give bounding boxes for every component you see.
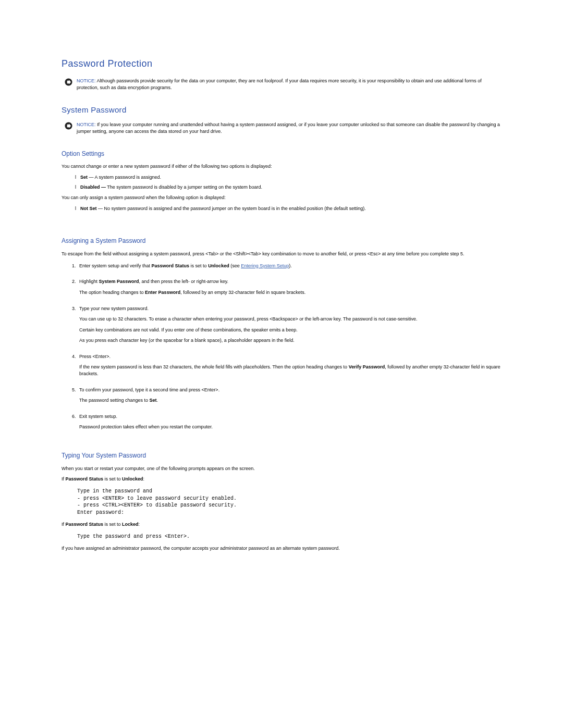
- step-text: Type your new system password.: [79, 306, 149, 311]
- list-item: l Not Set — No system password is assign…: [75, 205, 501, 212]
- document-page: Password Protection NOTICE: Although pas…: [0, 0, 563, 587]
- step-sub-paragraph: The option heading changes to Enter Pass…: [79, 289, 501, 296]
- text: :: [139, 522, 140, 527]
- step-item: Exit system setup. Password protection t…: [77, 413, 501, 430]
- text: is set to: [103, 476, 122, 482]
- bullet-marker: l: [75, 184, 80, 191]
- step-item: To confirm your password, type it a seco…: [77, 387, 501, 404]
- bullet-marker: l: [75, 205, 80, 212]
- notice-icon: [65, 122, 72, 130]
- subheading-option-settings: Option Settings: [62, 150, 501, 158]
- text: If: [62, 522, 66, 527]
- step-item: Enter system setup and verify that Passw…: [77, 263, 501, 269]
- text: The option heading changes to: [79, 290, 145, 295]
- paragraph: If you have assigned an administrator pa…: [62, 545, 501, 552]
- paragraph: If Password Status is set to Locked:: [62, 521, 501, 528]
- step-text: Exit system setup.: [79, 414, 117, 419]
- text: , followed by an empty 32-character fiel…: [180, 290, 305, 295]
- list-item: l Set — A system password is assigned.: [75, 174, 501, 181]
- notice-block-2: NOTICE: If you leave your computer runni…: [62, 121, 501, 134]
- section-heading-system-password: System Password: [62, 104, 501, 115]
- text: If: [62, 476, 66, 482]
- term-desc: — A system password is assigned.: [88, 175, 161, 180]
- step-sub-paragraph: The password setting changes to Set.: [79, 397, 501, 404]
- page-title: Password Protection: [62, 57, 501, 70]
- text: If the new system password is less than …: [79, 364, 349, 369]
- bullet-marker: l: [75, 174, 80, 181]
- step-text: Highlight: [79, 279, 99, 284]
- bold-term: Verify Password: [349, 364, 385, 369]
- subheading-typing: Typing Your System Password: [62, 451, 501, 460]
- bold-term: Password Status: [66, 522, 104, 527]
- notice-body: If you leave your computer running and u…: [77, 122, 500, 134]
- notice-label: NOTICE:: [77, 122, 96, 127]
- link-entering-system-setup[interactable]: Entering System Setup: [241, 263, 289, 268]
- step-sub-paragraph: If the new system password is less than …: [79, 364, 501, 377]
- term: Disabled —: [80, 184, 106, 190]
- term-desc: — No system password is assigned and the…: [97, 206, 366, 211]
- step-sub-paragraph: Certain key combinations are not valid. …: [79, 327, 501, 334]
- bold-term: Password Status: [66, 476, 104, 482]
- bullet-list: l Not Set — No system password is assign…: [75, 205, 501, 212]
- bold-term: Password Status: [152, 263, 190, 268]
- notice-text: NOTICE: If you leave your computer runni…: [77, 121, 501, 134]
- paragraph: To escape from the field without assigni…: [62, 251, 501, 257]
- paragraph: You cannot change or enter a new system …: [62, 163, 501, 170]
- step-item: Type your new system password. You can u…: [77, 305, 501, 344]
- text: is set to: [103, 522, 122, 527]
- term: Not Set: [80, 206, 97, 211]
- paragraph: If Password Status is set to Unlocked:: [62, 476, 501, 483]
- term-desc: The system password is disabled by a jum…: [106, 184, 262, 190]
- step-text: , and then press the left- or right-arro…: [139, 279, 228, 284]
- notice-icon: [65, 78, 72, 86]
- paragraph: When you start or restart your computer,…: [62, 465, 501, 472]
- step-text: Press <Enter>.: [79, 354, 111, 359]
- text: :: [143, 476, 145, 482]
- code-block: Type in the password and - press <ENTER>…: [77, 488, 501, 516]
- list-item: l Disabled — The system password is disa…: [75, 184, 501, 191]
- step-item: Highlight System Password, and then pres…: [77, 278, 501, 295]
- term: Set: [80, 175, 88, 180]
- step-item: Press <Enter>. If the new system passwor…: [77, 353, 501, 377]
- bullet-list: l Set — A system password is assigned. l…: [75, 174, 501, 190]
- bold-term: Unlocked: [122, 476, 143, 482]
- text: .: [157, 398, 158, 403]
- notice-label: NOTICE:: [77, 78, 96, 83]
- step-sub-paragraph: You can use up to 32 characters. To eras…: [79, 316, 501, 323]
- paragraph: You can only assign a system password wh…: [62, 194, 501, 201]
- step-text: (see: [229, 263, 241, 268]
- subheading-assigning: Assigning a System Password: [62, 237, 501, 245]
- text: The password setting changes to: [79, 398, 150, 403]
- step-text: is set to: [189, 263, 208, 268]
- notice-text: NOTICE: Although passwords provide secur…: [77, 78, 501, 91]
- step-text: Enter system setup and verify that: [79, 263, 152, 268]
- step-text: ).: [289, 263, 292, 268]
- step-text: To confirm your password, type it a seco…: [79, 387, 219, 392]
- bold-term: Locked: [122, 522, 139, 527]
- bold-term: Set: [150, 398, 157, 403]
- notice-block-1: NOTICE: Although passwords provide secur…: [62, 78, 501, 91]
- ordered-steps: Enter system setup and verify that Passw…: [77, 263, 501, 430]
- bold-term: System Password: [99, 279, 139, 284]
- notice-body: Although passwords provide security for …: [77, 78, 482, 90]
- step-sub-paragraph: Password protection takes effect when yo…: [79, 424, 501, 430]
- bold-term: Enter Password: [145, 290, 180, 295]
- bold-term: Unlocked: [208, 263, 229, 268]
- step-sub-paragraph: As you press each character key (or the …: [79, 337, 501, 344]
- code-block: Type the password and press <Enter>.: [77, 533, 501, 540]
